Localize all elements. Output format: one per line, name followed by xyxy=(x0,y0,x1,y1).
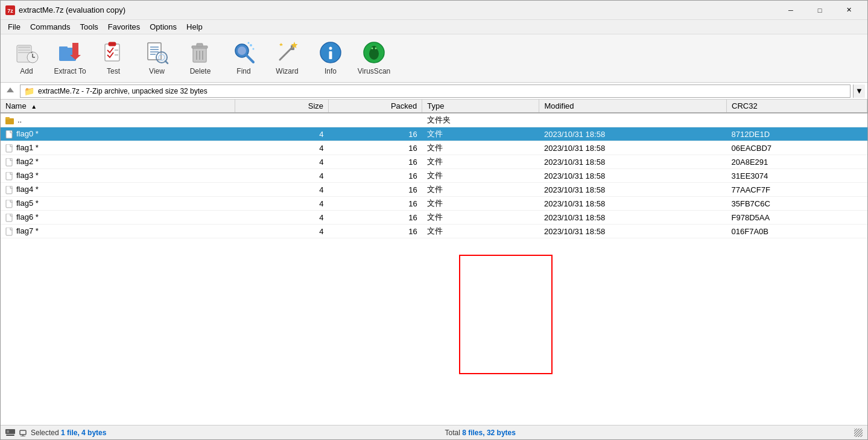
svg-point-36 xyxy=(248,42,250,44)
col-header-crc32[interactable]: CRC32 xyxy=(727,100,867,113)
menu-tools[interactable]: Tools xyxy=(75,21,103,33)
svg-marker-55 xyxy=(7,88,14,92)
path-dropdown-button[interactable]: ▼ xyxy=(853,84,865,98)
menu-commands[interactable]: Commands xyxy=(25,21,75,33)
add-label: Add xyxy=(20,67,33,75)
cell-crc32: 31EE3074 xyxy=(727,169,867,183)
status-total-highlight: 8 files, 32 bytes xyxy=(462,429,516,437)
delete-label: Delete xyxy=(190,67,211,75)
col-header-modified[interactable]: Modified xyxy=(539,100,727,113)
cell-size: 4 xyxy=(235,127,328,141)
col-header-packed[interactable]: Packed xyxy=(329,100,422,113)
cell-modified: 2023/10/31 18:58 xyxy=(539,169,727,183)
title-bar: 7z extractMe.7z (evaluation copy) ─ □ ✕ xyxy=(1,1,867,20)
table-row[interactable]: flag0 *416文件2023/10/31 18:588712DE1D xyxy=(1,127,867,141)
menu-file[interactable]: File xyxy=(3,21,25,33)
cell-packed: 16 xyxy=(329,127,422,141)
delete-button[interactable]: Delete xyxy=(179,37,221,80)
maximize-button[interactable]: □ xyxy=(806,1,834,20)
up-arrow-icon xyxy=(5,86,15,96)
add-icon xyxy=(14,40,39,65)
svg-rect-14 xyxy=(109,42,116,46)
col-header-name[interactable]: Name ▲ xyxy=(1,100,235,113)
table-row[interactable]: flag1 *416文件2023/10/31 18:5806EACBD7 xyxy=(1,141,867,155)
cell-packed: 16 xyxy=(329,183,422,197)
status-right: Total 8 files, 32 bytes xyxy=(445,429,516,437)
cell-size: 4 xyxy=(235,155,328,169)
cell-type: 文件 xyxy=(422,211,539,225)
virusscan-button[interactable]: VirusScan xyxy=(353,37,395,80)
menu-bar: File Commands Tools Favorites Options He… xyxy=(1,20,867,34)
up-button[interactable] xyxy=(3,84,17,98)
cell-modified: 2023/10/31 18:58 xyxy=(539,225,727,238)
svg-point-34 xyxy=(250,44,252,46)
delete-icon xyxy=(188,40,212,65)
find-label: Find xyxy=(236,67,250,75)
file-table-body: ..文件夹flag0 *416文件2023/10/31 18:588712DE1… xyxy=(1,113,867,238)
find-button[interactable]: Find xyxy=(223,37,265,80)
cell-modified: 2023/10/31 18:58 xyxy=(539,155,727,169)
menu-options[interactable]: Options xyxy=(145,21,182,33)
table-row[interactable]: flag4 *416文件2023/10/31 18:5877AACF7F xyxy=(1,183,867,197)
path-folder-icon: 📁 xyxy=(24,86,34,96)
info-button[interactable]: Info xyxy=(309,37,352,80)
view-button[interactable]: View xyxy=(136,37,178,80)
svg-rect-13 xyxy=(105,44,119,61)
cell-packed: 16 xyxy=(329,197,422,211)
app-icon: 7z xyxy=(5,5,15,15)
cell-crc32: 20A8E291 xyxy=(727,155,867,169)
cell-name: flag4 * xyxy=(1,183,235,197)
table-row[interactable]: flag2 *416文件2023/10/31 18:5820A8E291 xyxy=(1,155,867,169)
find-icon xyxy=(232,40,256,65)
svg-rect-67 xyxy=(6,435,14,436)
svg-text:7z: 7z xyxy=(7,8,13,14)
status-selected-text: Selected 1 file, 4 bytes xyxy=(31,429,106,437)
resize-grip xyxy=(854,429,863,437)
cell-packed: 16 xyxy=(329,225,422,238)
cell-name: flag5 * xyxy=(1,197,235,211)
table-row[interactable]: flag3 *416文件2023/10/31 18:5831EE3074 xyxy=(1,169,867,183)
window-controls: ─ □ ✕ xyxy=(777,1,863,20)
extract-button[interactable]: Extract To xyxy=(49,37,91,80)
menu-help[interactable]: Help xyxy=(182,21,207,33)
path-box: 📁 extractMe.7z - 7-Zip archive, unpacked… xyxy=(20,84,851,98)
cell-type: 文件 xyxy=(422,127,539,141)
svg-point-53 xyxy=(372,48,373,49)
path-text: extractMe.7z - 7-Zip archive, unpacked s… xyxy=(38,87,207,95)
wizard-button[interactable]: Wizard xyxy=(266,37,308,80)
cell-type: 文件夹 xyxy=(422,113,539,127)
cell-crc32: 06EACBD7 xyxy=(727,141,867,155)
close-button[interactable]: ✕ xyxy=(835,1,863,20)
cell-crc32: F978D5AA xyxy=(727,211,867,225)
minimize-button[interactable]: ─ xyxy=(777,1,805,20)
virusscan-label: VirusScan xyxy=(358,67,390,75)
table-row[interactable]: flag7 *416文件2023/10/31 18:58016F7A0B xyxy=(1,225,867,238)
file-list-container: Name ▲ Size Packed Type Modified CRC32 .… xyxy=(1,100,867,425)
add-button[interactable]: Add xyxy=(5,37,48,80)
svg-rect-68 xyxy=(7,430,9,433)
cell-crc32: 77AACF7F xyxy=(727,183,867,197)
col-header-type[interactable]: Type xyxy=(422,100,539,113)
test-button[interactable]: Test xyxy=(92,37,135,80)
svg-rect-69 xyxy=(20,430,26,435)
cell-name: flag2 * xyxy=(1,155,235,169)
cell-name: flag0 * xyxy=(1,127,235,141)
cell-crc32 xyxy=(727,113,867,127)
cell-type: 文件 xyxy=(422,197,539,211)
svg-point-42 xyxy=(329,47,332,50)
svg-line-33 xyxy=(247,56,253,62)
table-row[interactable]: flag5 *416文件2023/10/31 18:5835FB7C6C xyxy=(1,197,867,211)
cell-crc32: 8712DE1D xyxy=(727,127,867,141)
table-row[interactable]: ..文件夹 xyxy=(1,113,867,127)
cell-type: 文件 xyxy=(422,155,539,169)
svg-rect-11 xyxy=(59,46,68,49)
cell-size xyxy=(235,113,328,127)
menu-favorites[interactable]: Favorites xyxy=(103,21,145,33)
address-bar: 📁 extractMe.7z - 7-Zip archive, unpacked… xyxy=(1,83,867,100)
cell-size: 4 xyxy=(235,169,328,183)
cell-name: flag3 * xyxy=(1,169,235,183)
window-title: extractMe.7z (evaluation copy) xyxy=(19,5,125,14)
col-header-size[interactable]: Size xyxy=(235,100,328,113)
table-row[interactable]: flag6 *416文件2023/10/31 18:58F978D5AA xyxy=(1,211,867,225)
extract-icon xyxy=(58,40,82,65)
